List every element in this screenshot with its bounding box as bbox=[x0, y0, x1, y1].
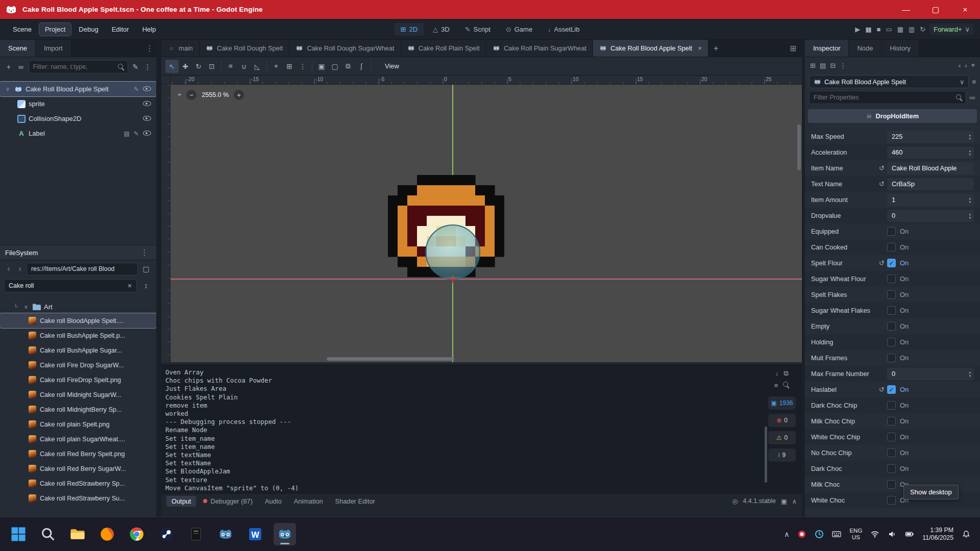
bottom-tab-shader[interactable]: Shader Editor bbox=[330, 496, 380, 507]
folder-row[interactable]: └ ∨ Art bbox=[0, 300, 156, 313]
taskbar-notebook-icon[interactable] bbox=[185, 523, 207, 545]
search-output-icon[interactable] bbox=[783, 382, 790, 388]
save-resource-icon[interactable]: ⊟ bbox=[830, 62, 836, 69]
checkbox[interactable] bbox=[887, 401, 896, 410]
scene-node[interactable]: ∨Cake Roll Blood Apple Spelt✎ bbox=[0, 82, 156, 96]
number-field[interactable]: 0▴▾ bbox=[887, 368, 974, 380]
menu-scene[interactable]: Scene bbox=[7, 23, 37, 36]
revert-icon[interactable]: ↺ bbox=[879, 386, 885, 393]
revert-icon[interactable]: ↺ bbox=[879, 259, 885, 267]
edited-node-select[interactable]: Cake Roll Blood Apple Spelt ∨ bbox=[809, 75, 969, 88]
file-item[interactable]: Cake roll FireDrop Spelt.png bbox=[0, 372, 156, 387]
scene-node[interactable]: CollisionShape2D bbox=[0, 111, 156, 126]
close-tab-icon[interactable]: × bbox=[698, 44, 702, 52]
smart-snap-tool-icon[interactable]: ⌖ bbox=[270, 60, 283, 73]
snap-options-tool-icon[interactable]: ⋮ bbox=[296, 60, 309, 73]
spinner-icon[interactable]: ▴▾ bbox=[969, 133, 971, 140]
filter-properties-input[interactable] bbox=[809, 91, 966, 104]
checkbox[interactable] bbox=[887, 448, 896, 457]
clock[interactable]: 1:39 PM 11/06/2025 bbox=[922, 527, 953, 542]
pin-icon[interactable]: ⌖ bbox=[971, 61, 975, 69]
number-field[interactable]: 1▴▾ bbox=[887, 194, 974, 206]
checkbox[interactable] bbox=[887, 274, 896, 283]
taskbar-steam-icon[interactable] bbox=[155, 523, 178, 545]
workspace-game[interactable]: ⊙Game bbox=[500, 23, 538, 36]
file-item[interactable]: Cake roll BushApple Sugar... bbox=[0, 343, 156, 358]
stop-button[interactable]: ■ bbox=[877, 26, 880, 33]
checkbox[interactable] bbox=[887, 290, 896, 299]
taskbar-word-icon[interactable]: W bbox=[244, 523, 266, 545]
property-tools-icon[interactable]: ≔ bbox=[969, 94, 976, 102]
scene-tab[interactable]: Cake Roll Plain Spelt bbox=[401, 40, 486, 57]
scene-tab[interactable]: Cake Roll Blood Apple Spelt× bbox=[593, 40, 708, 57]
add-node-button[interactable]: + bbox=[4, 61, 13, 73]
language-indicator[interactable]: ENG US bbox=[849, 528, 862, 541]
scene-tab[interactable]: Cake Roll Dough Spelt bbox=[200, 40, 289, 57]
script-icon[interactable]: ✎ bbox=[134, 130, 139, 137]
nav-back-icon[interactable]: ‹ bbox=[4, 264, 13, 273]
menu-project[interactable]: Project bbox=[39, 23, 71, 36]
text-field[interactable]: Cake Roll Blood Apple bbox=[887, 162, 974, 174]
scale-tool-icon[interactable]: ⊡ bbox=[205, 60, 218, 73]
scene-filter-input[interactable] bbox=[29, 60, 128, 73]
select-tool-icon[interactable]: ↖ bbox=[165, 60, 179, 73]
checkbox[interactable] bbox=[887, 480, 896, 489]
pause-button[interactable]: ▮▮ bbox=[865, 26, 870, 33]
film-icon[interactable]: ▤ bbox=[124, 130, 130, 137]
tray-chevron-icon[interactable]: ∧ bbox=[784, 530, 789, 538]
horizontal-scrollbar-thumb[interactable] bbox=[327, 357, 454, 361]
toggle-split-icon[interactable]: ▢ bbox=[140, 263, 152, 275]
taskbar-explorer-icon[interactable] bbox=[66, 523, 89, 545]
text-field[interactable]: CrBaSp bbox=[887, 178, 974, 190]
unlock-tool-icon[interactable]: ▢ bbox=[328, 60, 341, 73]
debug-grid-button[interactable]: ▦ bbox=[897, 26, 902, 33]
zoom-out-button[interactable]: − bbox=[186, 90, 197, 100]
taskbar-godot-editor-icon[interactable] bbox=[274, 523, 296, 545]
2d-viewport-canvas[interactable]: ⌖ − 2555.0 % + bbox=[170, 85, 802, 362]
bottom-tab-animation[interactable]: Animation bbox=[289, 496, 328, 507]
number-field[interactable]: 460▴▾ bbox=[887, 146, 974, 159]
taskbar-search-icon[interactable] bbox=[37, 523, 59, 545]
left-splitter[interactable] bbox=[156, 40, 161, 517]
checkbox[interactable] bbox=[887, 464, 896, 473]
rotate-tool-icon[interactable]: ↻ bbox=[192, 60, 205, 73]
distraction-free-icon[interactable]: ⊞ bbox=[785, 40, 802, 57]
script-section-header[interactable]: ☠ DropHoldItem bbox=[808, 109, 977, 123]
history-forward-icon[interactable]: › bbox=[965, 62, 967, 69]
maximize-button[interactable]: ▢ bbox=[921, 0, 950, 19]
minimize-button[interactable]: — bbox=[891, 0, 921, 19]
breadcrumb[interactable]: res://Items/Art/Cake roll Blood bbox=[27, 263, 138, 276]
number-field[interactable]: 225▴▾ bbox=[887, 131, 974, 143]
pan-tool-icon[interactable]: ∪ bbox=[237, 60, 251, 73]
attach-script-button[interactable]: ✎ bbox=[131, 61, 140, 73]
file-item[interactable]: Cake roll MidnightBerry Sp... bbox=[0, 402, 156, 417]
file-item[interactable]: Cake roll BloodApple Spelt.... bbox=[0, 313, 156, 328]
file-item[interactable]: Cake roll BushApple Spelt.p... bbox=[0, 328, 156, 343]
node-extras-icon[interactable]: ≡ bbox=[972, 78, 976, 86]
spinner-icon[interactable]: ▴▾ bbox=[969, 196, 971, 204]
workspace-script[interactable]: ✎Script bbox=[459, 23, 497, 36]
clear-search-icon[interactable]: × bbox=[124, 280, 136, 292]
collapse-panel-icon[interactable]: ∧ bbox=[792, 497, 797, 505]
notification-bell-icon[interactable] bbox=[962, 530, 971, 539]
volume-icon[interactable] bbox=[888, 530, 897, 539]
scene-tab[interactable]: ○main bbox=[161, 40, 200, 57]
new-scene-tab-button[interactable]: + bbox=[708, 40, 724, 57]
workspace-assetlib[interactable]: ↓AssetLib bbox=[542, 23, 585, 36]
debug-tool-button[interactable]: ↻ bbox=[920, 26, 924, 33]
file-item[interactable]: Cake roll RedStrawberry Sp... bbox=[0, 476, 156, 491]
file-item[interactable]: Cake roll Fire Drop SugarW... bbox=[0, 358, 156, 372]
checkbox[interactable] bbox=[887, 243, 896, 252]
grid-snap-tool-icon[interactable]: ⊞ bbox=[283, 60, 296, 73]
file-item[interactable]: Cake roll plain Spelt.png bbox=[0, 417, 156, 432]
center-view-icon[interactable]: ⌖ bbox=[178, 91, 181, 99]
checkbox[interactable] bbox=[887, 338, 896, 346]
expander-icon[interactable]: ∨ bbox=[22, 304, 30, 310]
file-item[interactable]: Cake roll Red Berry Spelt.png bbox=[0, 446, 156, 461]
renderer-select[interactable]: Forward+ ∨ bbox=[929, 23, 974, 35]
menu-help[interactable]: Help bbox=[137, 23, 162, 36]
scene-node[interactable]: sprite bbox=[0, 96, 156, 111]
checkbox[interactable] bbox=[887, 306, 896, 315]
file-item[interactable]: Cake roll Red Berry SugarW... bbox=[0, 461, 156, 476]
revert-icon[interactable]: ↺ bbox=[879, 180, 885, 188]
